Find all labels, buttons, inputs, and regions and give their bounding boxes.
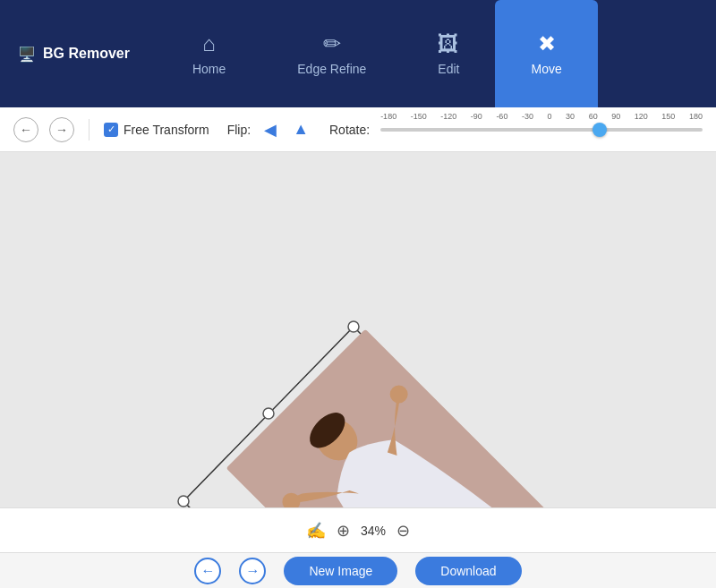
toolbar-separator xyxy=(89,119,90,141)
tab-move[interactable]: ✖ Move xyxy=(495,0,597,107)
rotate-label: Rotate: xyxy=(329,123,370,137)
tab-edge-refine[interactable]: ✏ Edge Refine xyxy=(261,0,402,107)
tab-home-label: Home xyxy=(192,62,226,76)
image-background xyxy=(226,329,562,507)
hand-tool-icon[interactable]: ✍ xyxy=(306,521,326,541)
prev-button[interactable]: ← xyxy=(194,558,221,584)
canvas-area xyxy=(0,152,716,507)
free-transform-checkbox[interactable]: ✓ xyxy=(104,123,118,137)
svg-point-1 xyxy=(303,406,352,455)
girl-figure xyxy=(259,362,515,507)
redo-button[interactable]: → xyxy=(49,117,74,142)
tab-move-label: Move xyxy=(531,62,561,76)
footer: ← → New Image Download xyxy=(0,552,716,588)
free-transform-control: ✓ Free Transform xyxy=(104,123,209,137)
header: 🖥️ BG Remover ⌂ Home ✏ Edge Refine 🖼 Edi… xyxy=(0,0,716,107)
move-icon: ✖ xyxy=(538,31,556,56)
tab-edit-label: Edit xyxy=(438,62,459,76)
download-button[interactable]: Download xyxy=(415,557,521,585)
tab-edge-refine-label: Edge Refine xyxy=(297,62,366,76)
nav-tabs: ⌂ Home ✏ Edge Refine 🖼 Edit ✖ Move xyxy=(157,0,598,107)
undo-button[interactable]: ← xyxy=(13,117,38,142)
new-image-button[interactable]: New Image xyxy=(284,557,397,585)
handle-left[interactable] xyxy=(178,496,189,507)
handle-top-right[interactable] xyxy=(435,408,446,419)
rotate-track[interactable]: -180-150-120-90-60-300306090120150180 xyxy=(380,128,703,132)
edit-icon: 🖼 xyxy=(438,31,459,56)
zoom-out-button[interactable]: ⊖ xyxy=(396,521,410,541)
flip-vertical-button[interactable]: ▲ xyxy=(290,120,311,139)
bottom-bar: ✍ ⊕ 34% ⊖ xyxy=(0,507,716,552)
home-icon: ⌂ xyxy=(202,31,216,56)
free-transform-label: Free Transform xyxy=(124,123,209,137)
svg-point-3 xyxy=(387,381,412,406)
app-name: BG Remover xyxy=(43,46,130,62)
rotate-slider-thumb[interactable] xyxy=(592,123,607,137)
svg-point-0 xyxy=(308,411,366,469)
rotate-ticks: -180-150-120-90-60-300306090120150180 xyxy=(380,112,703,121)
app-logo: 🖥️ BG Remover xyxy=(18,46,130,63)
tab-edit[interactable]: 🖼 Edit xyxy=(402,0,495,107)
edge-refine-icon: ✏ xyxy=(323,31,341,56)
transform-outline xyxy=(183,327,528,507)
tab-home[interactable]: ⌂ Home xyxy=(157,0,261,107)
next-button[interactable]: → xyxy=(239,558,266,584)
handle-top[interactable] xyxy=(348,321,359,332)
handle-right[interactable] xyxy=(523,496,533,507)
transform-svg xyxy=(0,152,716,507)
logo-icon: 🖥️ xyxy=(18,46,36,63)
rotate-ruler: -180-150-120-90-60-300306090120150180 xyxy=(380,117,703,142)
zoom-in-button[interactable]: ⊕ xyxy=(337,521,350,541)
toolbar: ← → ✓ Free Transform Flip: ◀ ▲ Rotate: -… xyxy=(0,107,716,152)
zoom-level: 34% xyxy=(361,524,386,538)
handle-top-left[interactable] xyxy=(263,408,274,419)
svg-point-2 xyxy=(278,490,303,507)
flip-horizontal-button[interactable]: ◀ xyxy=(261,120,279,140)
flip-label: Flip: xyxy=(227,123,251,137)
